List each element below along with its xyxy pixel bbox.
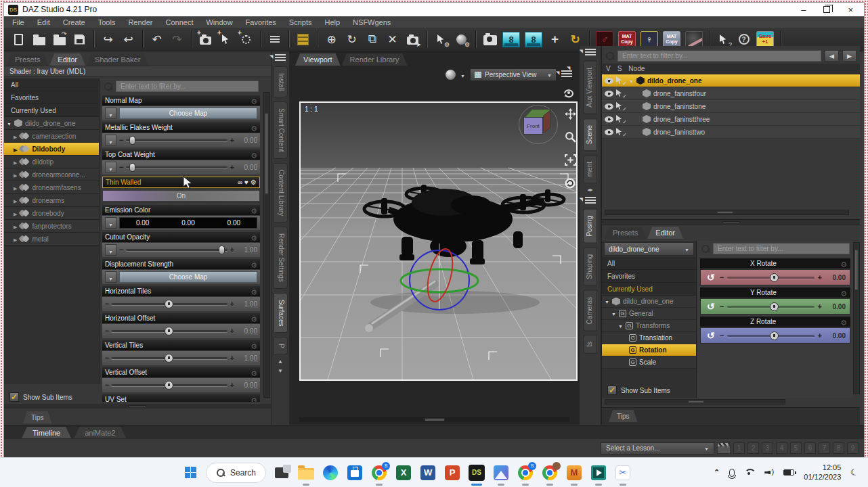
slider-track[interactable] [112, 357, 227, 359]
taskbar-search[interactable]: Search [206, 463, 266, 483]
surface-item[interactable]: metal [4, 233, 99, 246]
gear-icon[interactable] [251, 367, 257, 379]
render-button[interactable] [481, 30, 499, 49]
menu-item-favorites[interactable]: Favorites [246, 18, 276, 26]
slider-thumb[interactable] [219, 246, 225, 254]
tab-timeline[interactable]: Timeline [22, 427, 71, 438]
render-frame[interactable]: 1 : 1 Front [299, 101, 578, 381]
show-sub-items-checkbox[interactable] [607, 386, 617, 395]
frame-tool-icon[interactable] [565, 154, 576, 166]
gear-icon[interactable] [251, 149, 257, 161]
menu-item-scripts[interactable]: Scripts [289, 18, 312, 26]
menu-item-nsfwgens[interactable]: NSFWgens [353, 18, 391, 26]
slider-thumb[interactable] [129, 136, 135, 145]
close-button[interactable]: × [848, 5, 853, 15]
map-menu-button[interactable] [105, 244, 116, 256]
edge-button[interactable] [322, 464, 339, 482]
gear-icon[interactable] [840, 258, 847, 270]
import-button[interactable] [99, 30, 117, 49]
translate-tool-button[interactable] [546, 30, 564, 49]
tab-presets[interactable]: Presets [7, 53, 48, 66]
tab-render-library[interactable]: Render Library [342, 53, 408, 66]
gear-icon[interactable] [251, 312, 257, 325]
collapse-icon[interactable] [618, 322, 623, 329]
lesson-step-button[interactable]: 1 [733, 442, 745, 454]
visibility-eye-icon[interactable] [605, 103, 613, 110]
pane-menu-icon[interactable] [275, 54, 286, 62]
menu-item-render[interactable]: Render [128, 18, 152, 26]
map-menu-button[interactable] [105, 162, 116, 173]
increment-button[interactable] [230, 246, 234, 254]
tab-editor[interactable]: Editor [49, 53, 85, 66]
new-null-button[interactable] [237, 30, 255, 49]
dock-tab-content-library[interactable]: Content Library [274, 163, 288, 223]
visibility-eye-icon[interactable] [605, 78, 613, 84]
gear-icon[interactable] [251, 122, 257, 134]
speaker-icon[interactable] [764, 469, 774, 477]
slider-track[interactable] [112, 303, 227, 305]
lesson-step-button[interactable]: 6 [804, 442, 816, 454]
param-group-scale[interactable]: GScale [602, 356, 696, 369]
panel-splitter[interactable] [602, 219, 860, 225]
gear-icon[interactable] [251, 285, 257, 298]
drawstyle-sphere-icon[interactable] [446, 70, 456, 80]
gear-icon[interactable] [251, 95, 257, 107]
slider-thumb[interactable] [770, 331, 779, 340]
increment-button[interactable] [230, 164, 234, 171]
aim-tool-icon[interactable] [564, 177, 576, 189]
param-group[interactable]: GGeneral [602, 308, 696, 320]
decrement-button[interactable] [720, 332, 724, 340]
dock-tab-clipped[interactable]: P [274, 337, 288, 355]
scene-node-selected[interactable]: dildo_drone_one [602, 74, 860, 87]
expand-icon[interactable] [14, 210, 17, 217]
increment-button[interactable] [230, 137, 234, 144]
dock-tab-render-settings[interactable]: Render Settings [274, 227, 288, 289]
microphone-icon[interactable] [729, 469, 735, 477]
splitter[interactable] [4, 404, 271, 409]
surface-selection-tool-button[interactable] [452, 30, 471, 49]
decrement-button[interactable] [105, 300, 109, 308]
menu-item-connect[interactable]: Connect [166, 18, 194, 26]
new-camera-button[interactable] [196, 30, 215, 49]
merge-file-button[interactable] [50, 30, 68, 49]
filter-favorites[interactable]: Favorites [4, 91, 99, 104]
slider-thumb[interactable] [165, 381, 173, 390]
dock-tab-posing[interactable]: Posing [583, 209, 597, 244]
slider-track[interactable] [126, 166, 227, 168]
tray-expand-icon[interactable]: ⌃ [714, 468, 720, 477]
orbit-camera-icon[interactable] [563, 87, 575, 101]
chevron-down-icon[interactable] [460, 68, 465, 80]
posing-hscrollbar[interactable] [605, 399, 785, 404]
start-button[interactable] [181, 464, 199, 482]
store-button[interactable] [346, 464, 364, 482]
decrement-button[interactable] [105, 327, 109, 335]
video-editor-button[interactable] [590, 464, 607, 482]
slider-track[interactable] [126, 139, 227, 141]
menu-item-window[interactable]: Window [206, 18, 232, 26]
selectable-cursor-icon[interactable] [616, 76, 626, 85]
dock-tab-smart-content[interactable]: Smart Content [274, 101, 288, 158]
battery-icon[interactable] [783, 469, 794, 476]
scene-node[interactable]: drone_faninstthree [602, 113, 860, 126]
map-menu-button[interactable] [105, 108, 116, 119]
dock-scroll-up-icon[interactable]: ▲ [278, 359, 283, 365]
orbit-tool-button[interactable] [322, 30, 341, 49]
lesson-step-button[interactable]: 8 [833, 442, 844, 454]
dock-arrows-icon[interactable]: ◂▸ [587, 187, 592, 193]
gear-icon[interactable] [251, 394, 257, 402]
decrement-button[interactable] [720, 274, 724, 281]
content-grid-button[interactable] [294, 30, 312, 49]
menu-item-tools[interactable]: Tools [98, 18, 116, 26]
node-selector[interactable]: dildo_drone_one [604, 242, 694, 256]
gear-icon[interactable] [251, 231, 257, 244]
increment-button[interactable] [230, 300, 234, 308]
camera-view-select[interactable]: Perspective View [470, 68, 557, 81]
save-button[interactable] [70, 30, 89, 49]
wifi-icon[interactable] [744, 469, 755, 477]
slider-thumb[interactable] [165, 300, 173, 308]
restore-button[interactable] [823, 6, 830, 13]
filter-currently-used[interactable]: Currently Used [4, 104, 99, 117]
new-light-button[interactable] [217, 30, 235, 49]
slider-track[interactable] [727, 306, 814, 308]
param-group-rotation[interactable]: GRotation [602, 344, 696, 356]
